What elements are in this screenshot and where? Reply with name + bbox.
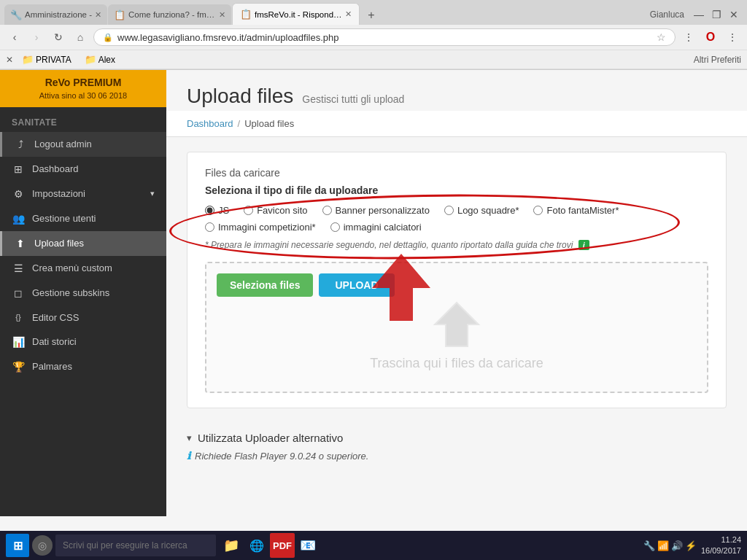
reload-button[interactable]: ↻	[50, 28, 67, 46]
start-button[interactable]: ⊞	[6, 534, 29, 557]
radio-js[interactable]: JS	[205, 205, 229, 216]
radio-input-banner[interactable]	[322, 206, 332, 215]
radio-label-immagini-calc: immagini calciatori	[344, 222, 422, 233]
radio-label-logo: Logo squadre*	[457, 205, 519, 216]
sidebar-label-palmares: Palmares	[32, 361, 72, 372]
radio-immagini-comp[interactable]: Immagini competizioni*	[205, 222, 316, 233]
radio-input-foto[interactable]	[533, 206, 543, 215]
radio-group: JS Favicon sito Banner personalizzato Lo…	[205, 205, 708, 216]
new-tab-button[interactable]: +	[362, 6, 381, 25]
sidebar-item-impostazioni[interactable]: ⚙ Impostazioni ▾	[0, 182, 166, 206]
tab-close-2[interactable]: ✕	[219, 10, 225, 20]
menu-button[interactable]: ⋮	[724, 28, 741, 46]
upload-icon: ⬆	[14, 238, 27, 249]
back-button[interactable]: ‹	[6, 28, 23, 46]
radio-input-immagini-calc[interactable]	[330, 222, 340, 232]
altri-preferiti[interactable]: Altri Preferiti	[694, 55, 741, 65]
settings-icon: ⚙	[12, 188, 25, 200]
css-icon: {}	[12, 313, 25, 322]
menu-custom-icon: ☰	[12, 262, 25, 274]
browser-tab-3[interactable]: 📋 fmsReVo.it - Rispondi al... ✕	[232, 3, 360, 25]
user-display-name: Gianluca	[650, 9, 684, 20]
sidebar-item-palmares[interactable]: 🏆 Palmares	[0, 354, 166, 379]
sidebar-item-crea-menu[interactable]: ☰ Crea menù custom	[0, 256, 166, 281]
radio-input-js[interactable]	[205, 206, 214, 215]
tray-icon-3: 🔊	[671, 540, 683, 551]
select-files-button[interactable]: Seleziona files	[217, 273, 313, 297]
logout-icon: ⤴	[14, 139, 27, 150]
alternative-uploader-title: Utilizzata Uploader alternativo	[198, 432, 343, 444]
radio-input-favicon[interactable]	[244, 206, 253, 215]
breadcrumb: Dashboard / Upload files	[166, 111, 747, 137]
breadcrumb-home[interactable]: Dashboard	[187, 118, 233, 129]
window-close[interactable]: ✕	[725, 6, 743, 23]
sidebar-item-editor-css[interactable]: {} Editor CSS	[0, 306, 166, 330]
window-maximize[interactable]: ❐	[708, 6, 725, 23]
extensions-button[interactable]: ⋮	[680, 28, 697, 46]
bm-close-icon[interactable]: ✕	[6, 55, 13, 65]
alternative-uploader-section: ▾ Utilizzata Uploader alternativo ℹ Rich…	[187, 423, 727, 464]
forward-button[interactable]: ›	[28, 28, 45, 46]
radio-banner[interactable]: Banner personalizzato	[322, 205, 430, 216]
cortana-button[interactable]: ◎	[32, 535, 53, 556]
drag-arrow-icon	[427, 299, 486, 350]
app-container: ReVo PREMIUM Attiva sino al 30 06 2018 S…	[0, 70, 747, 516]
premium-banner: ReVo PREMIUM Attiva sino al 30 06 2018	[0, 70, 166, 107]
upload-area[interactable]: Seleziona files UPLOAD Trascina qui i fi…	[205, 262, 708, 393]
premium-subtitle: Attiva sino al 30 06 2018	[7, 90, 159, 101]
taskbar-app-chrome[interactable]: 🌐	[244, 533, 269, 558]
browser-tab-1[interactable]: 🔧 Amministrazione - ✕	[4, 4, 107, 25]
sidebar-item-dati-storici[interactable]: 📊 Dati storici	[0, 330, 166, 354]
sidebar-item-upload-files[interactable]: ⬆ Upload files	[0, 231, 166, 256]
bookmark-alex[interactable]: 📁 Alex	[80, 52, 120, 66]
sidebar-item-logout[interactable]: ⤴ Logout admin	[0, 132, 166, 157]
radio-immagini-calc[interactable]: immagini calciatori	[330, 222, 422, 233]
window-minimize[interactable]: —	[690, 6, 708, 23]
lock-icon: 🔒	[103, 33, 113, 42]
home-button[interactable]: ⌂	[71, 28, 89, 46]
sidebar-label-upload-files: Upload files	[34, 238, 84, 249]
sidebar-label-dati-storici: Dati storici	[32, 336, 77, 347]
radio-input-logo[interactable]	[444, 206, 454, 215]
sidebar-label-impostazioni: Impostazioni	[32, 188, 85, 199]
tab-favicon-3: 📋	[240, 9, 252, 20]
taskbar-apps: 📁 🌐 PDF 📧	[219, 533, 320, 558]
sidebar-label-crea-menu: Crea menù custom	[32, 262, 112, 273]
tab-favicon-1: 🔧	[10, 9, 22, 20]
flash-note-text: Richiede Flash Player 9.0.24 o superiore…	[195, 451, 368, 462]
radio-logo[interactable]: Logo squadre*	[444, 205, 519, 216]
taskbar: ⊞ ◎ 📁 🌐 PDF 📧 🔧 📶 🔊 ⚡ 11.24 16/09/2017	[0, 531, 747, 560]
taskbar-search-input[interactable]	[55, 534, 216, 556]
trophy-icon: 🏆	[12, 361, 25, 373]
radio-input-immagini-comp[interactable]	[205, 222, 214, 232]
opera-button[interactable]: O	[702, 28, 719, 46]
folder-icon-privata: 📁	[22, 54, 34, 65]
sidebar-item-gestione-utenti[interactable]: 👥 Gestione utenti	[0, 206, 166, 231]
collapse-icon: ▾	[187, 432, 192, 443]
radio-foto[interactable]: Foto fantaMister*	[533, 205, 619, 216]
clock-time: 11.24	[701, 534, 741, 545]
address-bar[interactable]: 🔒 www.legasavigliano.fmsrevo.it/admin/up…	[93, 28, 676, 46]
radio-favicon[interactable]: Favicon sito	[244, 205, 307, 216]
taskbar-app-pdf[interactable]: PDF	[270, 533, 295, 558]
files-section: Files da caricare Seleziona il tipo di f…	[187, 152, 727, 408]
taskbar-tray: 🔧 📶 🔊 ⚡ 11.24 16/09/2017	[643, 534, 741, 557]
tab-close-1[interactable]: ✕	[95, 10, 101, 20]
tray-icons: 🔧 📶 🔊 ⚡	[643, 540, 697, 551]
star-icon[interactable]: ☆	[657, 31, 666, 43]
sidebar-item-dashboard[interactable]: ⊞ Dashboard	[0, 157, 166, 182]
sidebar-item-gestione-subskins[interactable]: ◻ Gestione subskins	[0, 281, 166, 306]
breadcrumb-current: Upload files	[244, 118, 294, 129]
alternative-uploader-header[interactable]: ▾ Utilizzata Uploader alternativo	[187, 423, 727, 447]
svg-marker-0	[435, 303, 479, 346]
upload-button[interactable]: UPLOAD	[319, 273, 394, 297]
tab-close-3[interactable]: ✕	[345, 9, 352, 19]
browser-tab-2[interactable]: 📋 Come funziona? - fmsRe... ✕	[108, 4, 231, 25]
dashboard-icon: ⊞	[12, 163, 25, 175]
bookmark-privata[interactable]: 📁 PRIVATA	[18, 52, 76, 66]
tray-icon-1: 🔧	[643, 540, 655, 551]
taskbar-app-explorer[interactable]: 📁	[219, 533, 244, 558]
breadcrumb-separator: /	[238, 118, 241, 129]
taskbar-app-mail[interactable]: 📧	[295, 533, 320, 558]
address-text: www.legasavigliano.fmsrevo.it/admin/uplo…	[117, 32, 652, 43]
